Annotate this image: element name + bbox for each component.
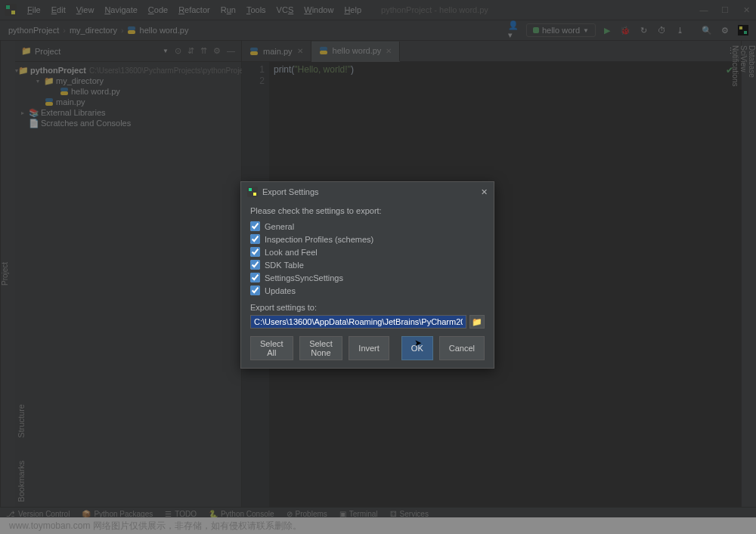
check-settings-sync[interactable]: SettingsSyncSettings (250, 271, 485, 284)
dialog-message: Please check the settings to export: (250, 206, 485, 215)
collapse-all-icon[interactable]: ⇈ (200, 46, 207, 56)
folder-icon: 📁 (21, 46, 32, 56)
database-tool[interactable]: Database (748, 45, 756, 487)
tree-folder[interactable]: ▾ 📁 my_directory (15, 76, 241, 86)
menu-vcs[interactable]: VCS (272, 3, 299, 17)
svg-rect-17 (249, 188, 252, 191)
folder-icon: 📁 (18, 66, 29, 76)
run-config-icon (533, 27, 539, 33)
tree-ext-lib[interactable]: ▸ 📚 External Libraries (15, 107, 241, 118)
svg-rect-7 (744, 31, 747, 34)
line-number: 1 (242, 64, 265, 76)
cursor-icon: ➤ (414, 338, 422, 348)
project-tree: ▾ 📁 pythonProject C:\Users\13600\Pycharm… (15, 62, 241, 131)
menu-tools[interactable]: Tools (242, 3, 271, 17)
svg-rect-1 (6, 5, 10, 9)
crumb-sep: › (61, 26, 67, 35)
crumb-file[interactable]: hello word.py (138, 26, 191, 35)
crumb-sep: › (119, 26, 125, 35)
tab-main[interactable]: main.py ✕ (242, 41, 311, 61)
run-button[interactable]: ▶ (600, 23, 614, 37)
tree-header-label[interactable]: Project (35, 47, 163, 56)
check-icon[interactable]: ✔ (726, 65, 733, 76)
tab-hello[interactable]: hello word.py ✕ (311, 42, 401, 62)
svg-rect-10 (45, 98, 53, 102)
minimize-button[interactable]: — (699, 5, 709, 15)
check-sdk-table[interactable]: SDK Table (250, 258, 485, 271)
coverage-button[interactable]: ↻ (637, 23, 650, 37)
tree-scratches[interactable]: 📄 Scratches and Consoles (15, 118, 241, 128)
jetbrains-icon[interactable] (736, 23, 750, 37)
maximize-button[interactable]: ☐ (720, 5, 730, 15)
select-opened-file-icon[interactable]: ⊙ (175, 46, 181, 56)
dialog-titlebar: Export Settings ✕ (241, 182, 494, 202)
export-to-label: Export settings to: (250, 303, 485, 312)
window-controls: — ☐ ✕ (699, 5, 751, 15)
scratches-icon: 📄 (29, 119, 39, 128)
menu-navigate[interactable]: Navigate (100, 3, 141, 17)
svg-rect-11 (45, 102, 53, 106)
chevron-down-icon[interactable]: ▼ (163, 48, 169, 54)
tab-label: hello word.py (333, 46, 382, 55)
run-config-label: hello word (542, 26, 580, 35)
check-updates[interactable]: Updates (250, 284, 485, 297)
settings-icon[interactable]: ⚙ (213, 46, 221, 56)
watermark: www.toymoban.com 网络图片仅供展示，非存储，如有侵权请联系删除。 (0, 517, 756, 534)
crumb-project[interactable]: pythonProject (6, 26, 61, 35)
line-number: 2 (242, 76, 265, 87)
crumb-dir[interactable]: my_directory (67, 26, 119, 35)
bookmarks-tool[interactable]: Bookmarks (17, 461, 240, 502)
python-file-icon (319, 46, 328, 55)
close-button[interactable]: ✕ (741, 5, 751, 15)
library-icon: 📚 (29, 108, 39, 118)
invert-button[interactable]: Invert (349, 336, 389, 360)
dialog-title: Export Settings (262, 187, 319, 196)
export-path-input[interactable] (250, 315, 466, 329)
close-icon[interactable]: ✕ (481, 187, 488, 197)
attach-button[interactable]: ⤓ (673, 23, 686, 37)
menu-file[interactable]: File (23, 3, 45, 17)
left-tool-gutter[interactable]: Project (0, 41, 15, 507)
check-inspection[interactable]: Inspection Profiles (schemes) (250, 233, 485, 245)
menu-window[interactable]: Window (299, 3, 338, 17)
select-all-button[interactable]: Select All (250, 336, 293, 360)
svg-rect-15 (320, 51, 327, 54)
main-menu: File Edit View Navigate Code Refactor Ru… (23, 3, 366, 17)
tree-file-main[interactable]: main.py (15, 97, 241, 107)
menu-view[interactable]: View (72, 3, 99, 17)
select-none-button[interactable]: Select None (299, 336, 343, 360)
close-icon[interactable]: ✕ (386, 47, 392, 55)
browse-button[interactable]: 📁 (469, 315, 485, 329)
cancel-button[interactable]: Cancel (439, 336, 485, 360)
search-icon[interactable]: 🔍 (700, 23, 714, 37)
run-config-selector[interactable]: hello word ▼ (526, 23, 596, 37)
svg-rect-3 (128, 26, 135, 30)
settings-icon[interactable]: ⚙ (718, 23, 732, 37)
menu-help[interactable]: Help (339, 3, 366, 17)
close-icon[interactable]: ✕ (297, 47, 303, 55)
user-icon[interactable]: 👤▾ (508, 23, 522, 37)
export-settings-dialog: Export Settings ✕ Please check the setti… (240, 181, 494, 369)
profile-button[interactable]: ⏱ (655, 23, 668, 37)
titlebar: File Edit View Navigate Code Refactor Ru… (0, 0, 756, 20)
python-file-icon (127, 26, 136, 35)
app-icon (247, 187, 258, 197)
folder-icon: 📁 (44, 76, 54, 86)
structure-tool[interactable]: Structure (17, 404, 240, 438)
tree-header: 📁 Project ▼ ⊙ ⇵ ⇈ ⚙ — (15, 41, 241, 62)
menu-run[interactable]: Run (216, 3, 240, 17)
hide-icon[interactable]: — (227, 46, 235, 56)
tree-file-hello[interactable]: hello word.py (15, 86, 241, 97)
check-look-and-feel[interactable]: Look and Feel (250, 245, 485, 258)
svg-rect-4 (128, 30, 135, 34)
check-general[interactable]: General (250, 220, 485, 233)
menu-code[interactable]: Code (144, 3, 172, 17)
project-tool-button[interactable]: Project (1, 262, 9, 286)
menu-refactor[interactable]: Refactor (174, 3, 215, 17)
expand-all-icon[interactable]: ⇵ (187, 46, 194, 56)
debug-button[interactable]: 🐞 (618, 23, 632, 37)
tree-root[interactable]: ▾ 📁 pythonProject C:\Users\13600\Pycharm… (15, 65, 241, 76)
window-title: pythonProject - hello word.py (381, 5, 488, 14)
menu-edit[interactable]: Edit (47, 3, 70, 17)
editor-tabs: main.py ✕ hello word.py ✕ ⋮ (242, 41, 741, 62)
